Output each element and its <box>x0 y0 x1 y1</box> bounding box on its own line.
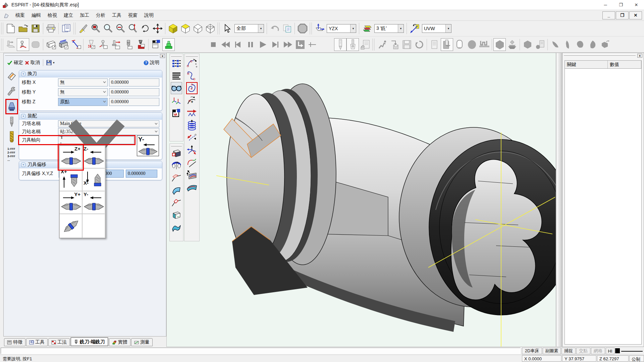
mill-tool-op-icon[interactable] <box>122 38 135 51</box>
pocket-op-icon[interactable] <box>29 38 42 51</box>
move-z-amount[interactable]: 0.000000 <box>109 98 159 106</box>
sim-fast-forward-button[interactable] <box>281 38 294 51</box>
drill-tool-icon[interactable] <box>5 115 18 129</box>
drilling-cycle-icon[interactable] <box>85 38 97 51</box>
solid-block-icon[interactable] <box>171 209 182 221</box>
chevron-down-icon[interactable]: ▾ <box>398 24 404 33</box>
project-curve-icon[interactable] <box>186 169 198 181</box>
move-y-select[interactable]: 無 <box>58 88 108 96</box>
menu-help[interactable]: 說明 <box>141 11 157 20</box>
chevron-down-icon[interactable]: ▾ <box>445 24 451 33</box>
zoom-window-button[interactable] <box>89 22 102 35</box>
toggle-2d-lathe[interactable]: 2D車床 <box>522 348 542 354</box>
wire-view-button[interactable] <box>192 22 204 35</box>
uvw-axis-icon[interactable] <box>408 22 421 35</box>
macro-sheet-icon[interactable] <box>171 107 182 119</box>
chevron-down-icon[interactable]: ▾ <box>350 24 356 33</box>
paste-button[interactable] <box>281 22 293 35</box>
help-button[interactable]: ? 說明 <box>144 60 159 66</box>
menu-create[interactable]: 建立 <box>60 11 76 20</box>
closed-spline-icon[interactable] <box>186 82 198 94</box>
cut-tool-icon-1[interactable] <box>549 38 561 51</box>
select-cursor-button[interactable] <box>221 22 233 35</box>
feature-tag-icon[interactable] <box>5 69 18 83</box>
menu-analysis[interactable]: 分析 <box>93 11 109 20</box>
tap-op-icon[interactable] <box>110 38 122 51</box>
wrench-icon[interactable] <box>5 84 18 98</box>
menu-edit[interactable]: 編輯 <box>28 11 44 20</box>
axis-option-y-minus[interactable]: Y- <box>82 191 105 214</box>
toolbar-grip[interactable] <box>1 39 3 51</box>
face-milling-icon[interactable] <box>45 38 57 51</box>
mdi-close-button[interactable]: ✕ <box>629 11 642 19</box>
work-plane-icon[interactable] <box>313 22 325 35</box>
axis-option-x-minus[interactable]: X- <box>82 168 105 191</box>
chamfer-edge-icon[interactable] <box>171 197 182 209</box>
toggle-snap[interactable]: 捕捉 <box>561 348 576 354</box>
pan-button[interactable] <box>151 22 164 35</box>
chevron-down-icon[interactable]: ▾ <box>53 61 55 64</box>
machine-sim-icon[interactable] <box>376 38 388 51</box>
value-column-header[interactable]: 數值 <box>608 61 641 68</box>
turn-tool-op-icon[interactable] <box>97 38 110 51</box>
endmill-tool-icon[interactable] <box>5 130 18 144</box>
mdi-minimize-button[interactable]: _ <box>602 11 615 19</box>
axis-option-x-plus[interactable]: X+ <box>59 168 82 191</box>
menu-view[interactable]: 檢視 <box>44 11 60 20</box>
sim-tool-display-toggle[interactable] <box>334 38 346 51</box>
selection-filter-dropdown[interactable]: 全部 ▾ <box>234 24 264 33</box>
restore-button[interactable]: ❐ <box>613 0 629 10</box>
iso-view-half-button[interactable] <box>179 22 192 35</box>
sim-doc-icon[interactable] <box>428 38 441 51</box>
sim-report-icon[interactable] <box>359 38 371 51</box>
open-file-button[interactable] <box>17 22 29 35</box>
stock-solid-toggle[interactable] <box>466 38 478 51</box>
station-list[interactable]: 1-### 2-### 3-### ... <box>5 147 19 162</box>
toggle-hi[interactable]: HI <box>606 348 614 354</box>
report-button[interactable] <box>60 22 72 35</box>
stop-octagon-button[interactable] <box>296 22 309 35</box>
zoom-extents-button[interactable] <box>126 22 139 35</box>
compare-part-icon[interactable] <box>506 38 518 51</box>
tab-tools[interactable]: 工具 <box>26 338 48 346</box>
menu-window[interactable]: 視窗 <box>125 11 141 20</box>
sim-pause-button[interactable] <box>244 38 257 51</box>
cancel-button[interactable]: 取消 <box>25 60 40 66</box>
print-button[interactable] <box>45 22 57 35</box>
collapse-chevron-icon[interactable]: » <box>21 72 25 76</box>
close-button[interactable]: ✕ <box>629 0 644 10</box>
part-hex-icon[interactable] <box>521 38 534 51</box>
sim-step-forward-button[interactable] <box>269 38 281 51</box>
stock-cylinder-toggle[interactable] <box>453 38 466 51</box>
thread-mill-op-icon[interactable] <box>135 38 147 51</box>
sim-step-back-button[interactable] <box>232 38 244 51</box>
tab-endmill[interactable]: 銑刀-端銑刀 <box>70 337 108 346</box>
toggle-subelement[interactable]: 副圖素 <box>543 348 561 354</box>
layers-icon[interactable] <box>361 22 373 35</box>
move-x-amount[interactable]: 0.000000 <box>109 78 159 86</box>
key-column-header[interactable]: 關鍵 <box>565 61 608 68</box>
sim-holder-display-toggle[interactable] <box>346 38 359 51</box>
3d-viewport[interactable] <box>166 53 556 347</box>
move-x-select[interactable]: 無 <box>58 78 108 86</box>
curve-arrows-icon[interactable] <box>186 132 198 144</box>
tab-operations[interactable]: 工法 <box>48 338 70 346</box>
tool-axis-select[interactable]: Y - <box>58 136 134 144</box>
machine-bed-toggle[interactable] <box>478 38 490 51</box>
axis-option-z-minus[interactable]: Z- <box>82 145 105 168</box>
spline-icon[interactable] <box>186 70 198 82</box>
command-prompt-field[interactable] <box>1 348 521 354</box>
chevron-down-icon[interactable]: ▾ <box>258 24 264 33</box>
cut-tool-icon-4[interactable] <box>586 38 599 51</box>
panel-close-button[interactable]: x <box>160 54 165 58</box>
sim-play-button[interactable] <box>257 38 269 51</box>
panel-grip[interactable] <box>5 54 159 56</box>
save-button[interactable] <box>29 22 42 35</box>
surface-curve-icon[interactable] <box>186 181 198 193</box>
axis-option-y-plus[interactable]: Y+ <box>59 191 82 214</box>
stock-display-toggle[interactable] <box>441 38 453 51</box>
new-file-button[interactable] <box>4 22 17 35</box>
turning-op-icon[interactable] <box>17 38 29 51</box>
wire-view-edges-button[interactable] <box>204 22 216 35</box>
solid-box-icon[interactable] <box>171 147 182 159</box>
